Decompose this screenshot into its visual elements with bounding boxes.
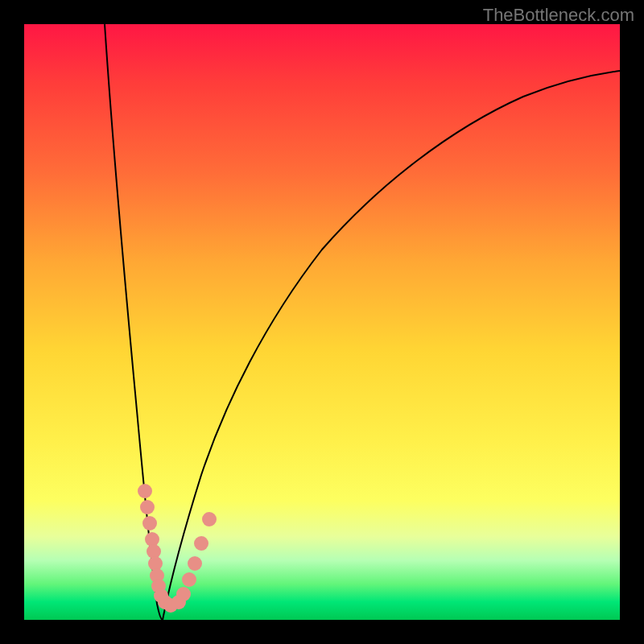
right-curve xyxy=(163,71,620,620)
marker-dot xyxy=(182,572,196,587)
marker-dot xyxy=(140,500,155,514)
plot-area xyxy=(24,24,620,620)
marker-group-left xyxy=(138,484,178,613)
chart-frame: TheBottleneck.com xyxy=(0,0,644,644)
marker-dot xyxy=(194,536,208,551)
marker-dot xyxy=(142,516,157,530)
marker-dot xyxy=(176,587,191,601)
marker-dot xyxy=(138,484,152,498)
marker-dot xyxy=(188,556,202,571)
curves-svg xyxy=(24,24,620,620)
attribution-text: TheBottleneck.com xyxy=(483,5,634,26)
left-curve xyxy=(105,24,163,620)
marker-dot xyxy=(202,512,217,526)
marker-group-right xyxy=(171,512,217,609)
